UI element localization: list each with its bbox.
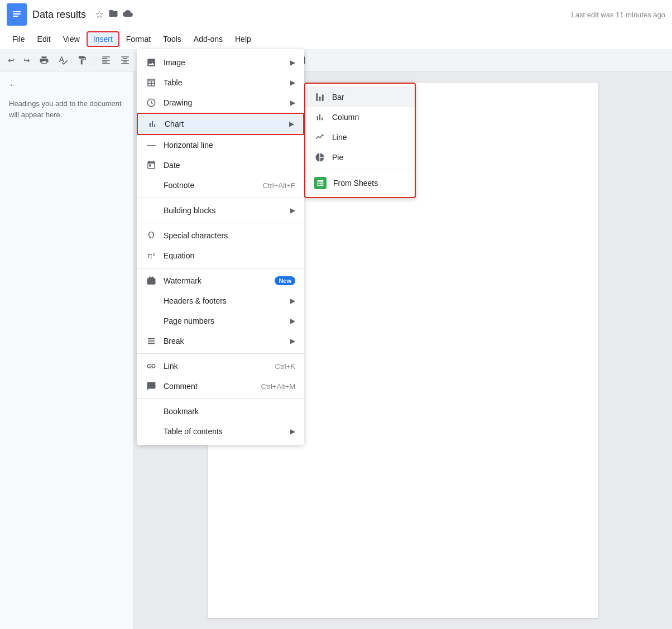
menu-item-watermark-label: Watermark <box>164 276 268 285</box>
menu-item-link-label: Link <box>164 362 268 371</box>
undo-button[interactable]: ↩ <box>4 54 18 67</box>
doc-icon-svg <box>11 7 23 22</box>
image-arrow-icon: ▶ <box>290 59 295 66</box>
menu-item-building-blocks-label: Building blocks <box>164 206 284 215</box>
menu-item-comment[interactable]: Comment Ctrl+Alt+M <box>137 376 304 396</box>
chart-type-column[interactable]: Column <box>305 107 415 127</box>
hline-icon: — <box>146 140 157 151</box>
headers-footers-arrow-icon: ▶ <box>290 297 295 305</box>
menu-item-special-chars[interactable]: Ω Special characters <box>137 225 304 246</box>
chart-type-from-sheets[interactable]: From Sheets <box>305 172 415 194</box>
menu-item-footnote[interactable]: Footnote Ctrl+Alt+F <box>137 175 304 195</box>
menu-item-watermark[interactable]: Watermark New <box>137 271 304 291</box>
print-button[interactable] <box>36 53 52 68</box>
cloud-icon[interactable] <box>123 8 133 21</box>
menu-file[interactable]: File <box>7 32 31 46</box>
break-icon <box>146 335 157 347</box>
menu-item-headers-footers-label: Headers & footers <box>164 296 284 305</box>
comment-shortcut: Ctrl+Alt+M <box>261 382 295 391</box>
menu-help[interactable]: Help <box>229 32 257 46</box>
menu-item-page-numbers[interactable]: Page numbers ▶ <box>137 311 304 331</box>
toolbar-divider-1 <box>94 55 94 66</box>
svg-rect-2 <box>13 13 21 15</box>
chart-type-pie-label: Pie <box>332 153 343 162</box>
menu-item-image-label: Image <box>164 58 284 67</box>
star-icon[interactable]: ☆ <box>95 8 104 21</box>
paint-format-button[interactable] <box>74 53 90 68</box>
menu-item-bookmark-label: Bookmark <box>164 407 295 416</box>
menu-addons[interactable]: Add-ons <box>188 32 228 46</box>
last-edit-text: Last edit was 11 minutes ago <box>572 11 665 19</box>
table-icon <box>146 77 157 88</box>
chart-type-column-label: Column <box>332 113 359 122</box>
separator-4 <box>137 353 304 354</box>
insert-menu: Image ▶ Table ▶ Drawing ▶ Chart ▶ <box>137 49 304 445</box>
watermark-icon <box>146 275 157 286</box>
separator-3 <box>137 268 304 268</box>
menu-item-toc[interactable]: Table of contents ▶ <box>137 421 304 441</box>
building-blocks-arrow-icon: ▶ <box>290 207 295 214</box>
menu-item-drawing[interactable]: Drawing ▶ <box>137 93 304 113</box>
special-chars-icon: Ω <box>146 230 157 241</box>
spellcheck-button[interactable] <box>55 53 71 68</box>
new-badge: New <box>275 276 295 285</box>
menu-view[interactable]: View <box>57 32 85 46</box>
separator-5 <box>137 398 304 399</box>
menu-item-comment-label: Comment <box>164 382 255 391</box>
menu-bar: File Edit View Insert Format Tools Add-o… <box>0 29 672 49</box>
building-blocks-icon <box>146 205 157 216</box>
from-sheets-icon <box>314 177 327 189</box>
menu-item-special-chars-label: Special characters <box>164 231 295 240</box>
folder-icon[interactable] <box>108 8 118 21</box>
redo-button[interactable]: ↪ <box>20 54 33 67</box>
menu-item-hline[interactable]: — Horizontal line <box>137 135 304 155</box>
bar-chart-icon <box>314 92 325 103</box>
chart-type-line[interactable]: Line <box>305 127 415 147</box>
menu-item-headers-footers[interactable]: Headers & footers ▶ <box>137 291 304 311</box>
doc-icon <box>7 3 27 26</box>
menu-format[interactable]: Format <box>121 32 156 46</box>
comment-icon <box>146 381 157 392</box>
menu-item-page-numbers-label: Page numbers <box>164 316 284 325</box>
menu-item-equation-label: Equation <box>164 251 295 260</box>
menu-insert[interactable]: Insert <box>87 31 119 47</box>
column-chart-icon <box>314 112 325 123</box>
menu-item-break-label: Break <box>164 337 284 345</box>
menu-edit[interactable]: Edit <box>32 32 56 46</box>
sidebar-back-button[interactable]: ← <box>9 80 124 89</box>
svg-rect-1 <box>13 11 21 12</box>
menu-item-chart-label: Chart <box>165 119 282 128</box>
chart-type-bar-label: Bar <box>332 93 344 102</box>
align-center-button[interactable] <box>117 53 133 68</box>
menu-item-building-blocks[interactable]: Building blocks ▶ <box>137 200 304 220</box>
title-bar: Data results ☆ Last edit was 11 minutes … <box>0 0 672 29</box>
menu-item-equation[interactable]: π² Equation <box>137 246 304 266</box>
menu-item-drawing-label: Drawing <box>164 98 284 107</box>
line-chart-icon <box>314 132 325 143</box>
drawing-arrow-icon: ▶ <box>290 99 295 107</box>
menu-item-image[interactable]: Image ▶ <box>137 52 304 73</box>
menu-item-bookmark[interactable]: Bookmark <box>137 401 304 421</box>
break-arrow-icon: ▶ <box>290 337 295 345</box>
chart-type-bar[interactable]: Bar <box>305 87 415 107</box>
chart-type-from-sheets-label: From Sheets <box>333 179 378 188</box>
footnote-shortcut: Ctrl+Alt+F <box>262 181 295 190</box>
chart-type-pie[interactable]: Pie <box>305 147 415 167</box>
menu-item-link[interactable]: Link Ctrl+K <box>137 356 304 376</box>
menu-item-break[interactable]: Break ▶ <box>137 331 304 351</box>
menu-item-date-label: Date <box>164 161 295 170</box>
link-icon <box>146 361 157 372</box>
menu-tools[interactable]: Tools <box>157 32 187 46</box>
menu-item-hline-label: Horizontal line <box>164 141 295 150</box>
chart-type-line-label: Line <box>332 133 347 142</box>
menu-item-date[interactable]: Date <box>137 155 304 175</box>
image-icon <box>146 57 157 68</box>
menu-item-table[interactable]: Table ▶ <box>137 73 304 93</box>
menu-item-chart[interactable]: Chart ▶ <box>137 113 304 135</box>
link-shortcut: Ctrl+K <box>275 362 295 371</box>
headers-footers-icon <box>146 295 157 306</box>
page-numbers-arrow-icon: ▶ <box>290 317 295 325</box>
align-left-button[interactable] <box>98 53 114 68</box>
chart-arrow-icon: ▶ <box>289 120 294 128</box>
menu-item-footnote-label: Footnote <box>164 181 256 190</box>
